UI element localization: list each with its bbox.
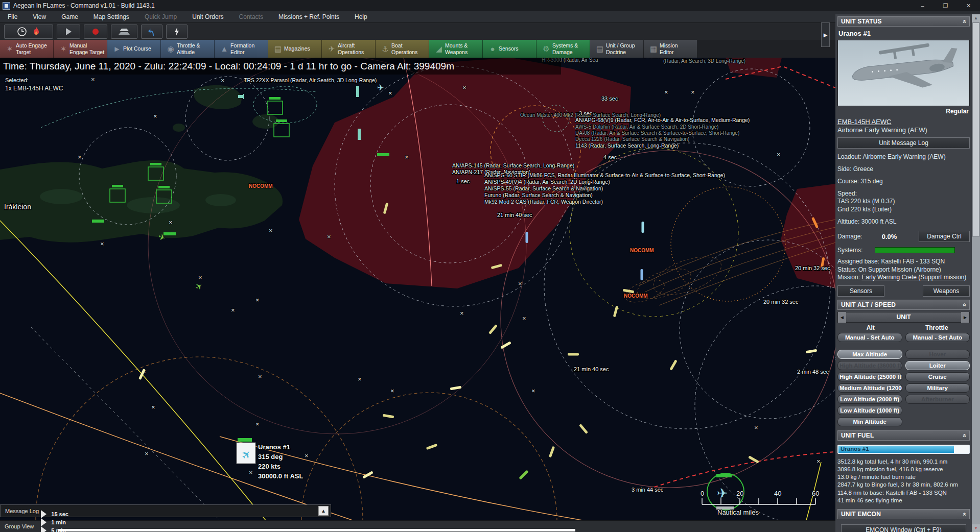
scroll-up-icon[interactable]: ▲ — [972, 14, 980, 22]
map-unit-uranos[interactable]: ✈ Uranos #1 315 deg 220 kts 30000.0 ft A… — [237, 438, 303, 480]
contact-mark[interactable] — [526, 232, 528, 243]
contact-mark[interactable] — [426, 444, 437, 450]
jump-back-button[interactable] — [141, 25, 162, 39]
x-mark: × — [249, 469, 253, 476]
clock-icon — [17, 27, 27, 37]
group-view-label[interactable]: Group View — [0, 523, 41, 529]
contact-mark[interactable] — [549, 446, 555, 457]
timing-label: 3 sec — [579, 110, 593, 116]
alt-button-medium-altitude-12000-ft[interactable]: Medium Altitude (12000 ft) — [837, 383, 902, 393]
alt-button-manual-set-auto[interactable]: Manual - Set Auto — [837, 333, 902, 342]
menu-item-file[interactable]: File — [0, 11, 25, 23]
record-button[interactable] — [84, 25, 107, 39]
toolbar-button-magazines[interactable]: ▤Magazines — [268, 40, 322, 58]
toolbar-button-formation-editor[interactable]: ▲Formation Editor — [215, 40, 268, 58]
pulse-button[interactable] — [166, 25, 188, 39]
contact-mark[interactable] — [450, 386, 462, 391]
scale-tick-label: 40 — [774, 490, 781, 497]
message-log-expand-button[interactable]: ▲ — [318, 506, 329, 516]
minimize-button[interactable]: – — [911, 0, 934, 11]
time-compression-button[interactable] — [4, 25, 53, 39]
x-mark: × — [754, 424, 758, 431]
throttle-button-cruise[interactable]: Cruise — [905, 372, 970, 381]
time-step-button-1-min[interactable]: 1 min — [41, 518, 69, 526]
toolbar-button-throttle-altitude[interactable]: ◉Throttle & Altitude — [161, 40, 215, 58]
step-button[interactable] — [111, 25, 137, 39]
place-label-irakleion: Irákleion — [4, 203, 31, 211]
contact-mark[interactable] — [642, 222, 644, 233]
plane-contact-icon[interactable]: ✈ — [377, 83, 384, 92]
contact-mark[interactable] — [500, 341, 511, 349]
tactical-map[interactable]: ×××××××××××××××××××××××××××××××××× ✈✈✈✈ … — [0, 58, 835, 520]
emcon-window-button[interactable]: EMCON Window (Ctrl + F9) — [841, 524, 966, 532]
panel-expand-button[interactable]: ▶ — [821, 22, 830, 47]
toolbar-button-plot-course[interactable]: ►Plot Course — [107, 40, 161, 58]
contact-mark[interactable] — [488, 324, 498, 334]
collapse-chevron-icon[interactable]: » — [961, 434, 968, 438]
toolbar-button-manual-engage-target[interactable]: ✶Manual Engage Target — [54, 40, 107, 58]
contact-mark[interactable] — [641, 269, 643, 280]
contact-mark[interactable] — [579, 424, 588, 434]
time-step-button-15-sec[interactable]: 15 sec — [41, 510, 69, 518]
alt-button-low-altitude-1000-ft[interactable]: Low Altitude (1000 ft) — [837, 406, 902, 415]
alt-button-min-altitude[interactable]: Min Altitude — [837, 417, 902, 426]
unit-status-header[interactable]: UNIT STATUS » — [837, 16, 970, 27]
unit-fuel-header[interactable]: UNIT FUEL » — [837, 430, 970, 441]
unit-emcon-header[interactable]: UNIT EMCON » — [837, 509, 970, 519]
toolbar-button-mounts-weapons[interactable]: ◢Mounts & Weapons — [429, 40, 483, 58]
unit-message-log-button[interactable]: Unit Message Log — [837, 137, 970, 149]
sensor-label: Furuno (Radar, Surface Search & Navigati… — [484, 192, 593, 198]
unit-alt-speed-header[interactable]: UNIT ALT / SPEED » — [837, 300, 970, 310]
collapse-chevron-icon[interactable]: » — [961, 513, 968, 516]
course-text: Course: 315 deg — [837, 178, 970, 185]
menu-item-help[interactable]: Help — [347, 11, 375, 23]
menu-item-missions-ref-points[interactable]: Missions + Ref. Points — [271, 11, 347, 23]
toolbar-button-systems-damage[interactable]: ⚙Systems & Damage — [536, 40, 590, 58]
panel-scrollbar[interactable]: ▲ ▼ — [972, 14, 980, 532]
play-button[interactable] — [57, 25, 80, 39]
collapse-chevron-icon[interactable]: » — [961, 303, 968, 307]
menu-item-map-settings[interactable]: Map Settings — [86, 11, 137, 23]
throttle-button-manual-set-auto[interactable]: Manual - Set Auto — [905, 333, 970, 342]
mission-link[interactable]: Early Warning Crete (Support mission) — [861, 274, 966, 281]
alt-button-max-altitude[interactable]: Max Altitude — [837, 350, 902, 359]
toolbar-button-unit-group-doctrine[interactable]: ▤Unit / Group Doctrine — [590, 40, 644, 58]
map-canvas[interactable]: ×××××××××××××××××××××××××××××××××× ✈✈✈✈ … — [0, 58, 835, 520]
contact-mark[interactable] — [806, 349, 818, 354]
alt-button-high-altitude-25000-ft[interactable]: High Altitude (25000 ft) — [837, 372, 902, 381]
menu-item-view[interactable]: View — [25, 11, 54, 23]
contact-mark[interactable] — [519, 470, 528, 479]
contact-mark[interactable] — [613, 306, 619, 318]
plane-contact-icon[interactable]: ✈ — [194, 281, 204, 292]
unit-class-link[interactable]: EMB-145H AEWC — [837, 118, 891, 126]
alt-button-low-altitude-2000-ft[interactable]: Low Altitude (2000 ft) — [837, 395, 902, 404]
collapse-chevron-icon[interactable]: » — [961, 20, 968, 23]
scope-prev-button[interactable]: ◄ — [838, 312, 846, 323]
sensors-button[interactable]: Sensors — [837, 285, 884, 297]
sensor-label: 1143 (Radar, Surface Search, Long-Range) — [575, 142, 679, 149]
weapons-button[interactable]: Weapons — [923, 285, 970, 297]
damage-ctrl-button[interactable]: Damage Ctrl — [919, 231, 970, 242]
toolbar-button-mission-editor[interactable]: ▦Mission Editor — [644, 40, 697, 58]
contact-mark[interactable] — [383, 414, 394, 419]
maximize-button[interactable]: ❐ — [934, 0, 957, 11]
aircraft-photo-illustration — [838, 40, 970, 106]
toolbar-button-auto-engage-target[interactable]: ✶Auto Engage Target — [0, 40, 54, 58]
assigned-base-text: Assigned base: Kastelli FAB - 133 SQN — [837, 258, 970, 266]
scrollbar-thumb[interactable] — [972, 22, 979, 237]
scroll-down-icon[interactable]: ▼ — [972, 524, 980, 532]
menu-item-game[interactable]: Game — [54, 11, 86, 23]
curved-arrow-icon — [148, 27, 156, 36]
quick-toolbar — [0, 23, 835, 40]
contact-mark[interactable] — [568, 353, 579, 356]
toolbar-button-sensors[interactable]: ●Sensors — [483, 40, 536, 58]
fuel-gauge-label: Uranos #1 — [841, 446, 869, 452]
throttle-button-military[interactable]: Military — [905, 383, 970, 393]
toolbar-button-aircraft-operations[interactable]: ✈Aircraft Operations — [322, 40, 376, 58]
menu-item-unit-orders[interactable]: Unit Orders — [184, 11, 231, 23]
throttle-button-loiter[interactable]: Loiter — [905, 361, 970, 370]
close-button[interactable]: ✕ — [957, 0, 980, 11]
toolbar-button-boat-operations[interactable]: ⚓Boat Operations — [376, 40, 429, 58]
contact-mark[interactable] — [669, 359, 677, 371]
scope-next-button[interactable]: ► — [961, 312, 969, 323]
